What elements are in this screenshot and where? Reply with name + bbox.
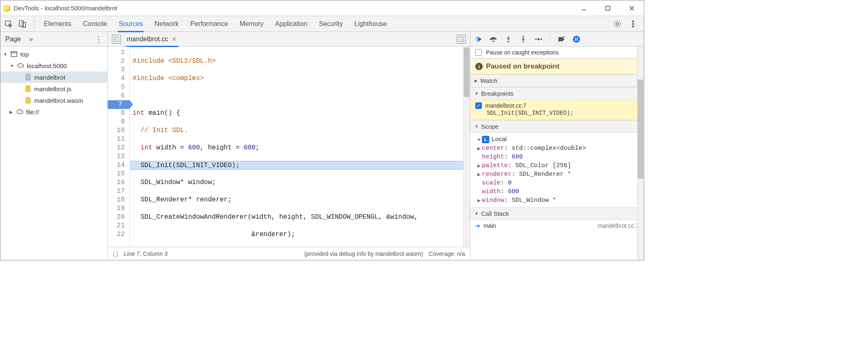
- tab-elements[interactable]: Elements: [44, 16, 71, 32]
- cursor-position: Line 7, Column 3: [124, 250, 168, 257]
- scope-body: ▼LLocal ▶center: std::complex<double> he…: [470, 133, 644, 207]
- window-close-button[interactable]: [622, 2, 641, 14]
- scope-var-palette[interactable]: ▶palette: SDL_Color [256]: [470, 161, 644, 170]
- line-number-gutter[interactable]: 1234 5678 9101112 13141516 17181920 2122: [108, 47, 130, 247]
- scope-local-header[interactable]: ▼LLocal: [470, 135, 644, 144]
- tree-file-mandelbrot[interactable]: mandelbrot: [0, 71, 107, 83]
- coverage-status: Coverage: n/a: [429, 250, 465, 257]
- breakpoint-code: SDL_Init(SDL_INIT_VIDEO);: [475, 109, 638, 116]
- editor-tab-mandelbrot-cc[interactable]: mandelbrot.cc ✕: [125, 32, 178, 47]
- step-icon[interactable]: [534, 35, 542, 43]
- editor-panel: mandelbrot.cc ✕ 1234 5678 9101112 131415…: [108, 32, 470, 260]
- tab-sources[interactable]: Sources: [119, 16, 143, 32]
- svg-point-7: [616, 23, 619, 25]
- scope-var-window[interactable]: ▶window: SDL_Window *: [470, 196, 644, 205]
- settings-gear-icon[interactable]: [612, 19, 622, 29]
- editor-toolbar: mandelbrot.cc ✕: [108, 32, 470, 47]
- navigator-more-tabs-icon[interactable]: »: [29, 35, 33, 43]
- pause-on-caught-row[interactable]: Pause on caught exceptions: [470, 47, 644, 59]
- frame-icon: [10, 50, 18, 58]
- separator: [34, 19, 35, 29]
- editor-scrollbar[interactable]: [463, 47, 470, 247]
- scope-var-renderer[interactable]: ▶renderer: SDL_Renderer *: [470, 170, 644, 179]
- inspect-element-icon[interactable]: [4, 19, 14, 29]
- resume-icon[interactable]: [474, 35, 483, 43]
- breakpoint-enabled-checkbox[interactable]: ✓: [475, 102, 482, 109]
- scope-var-width[interactable]: width: 600: [470, 187, 644, 196]
- breakpoint-title: mandelbrot.cc:7: [485, 102, 526, 109]
- paused-banner-text: Paused on breakpoint: [486, 62, 560, 71]
- tree-label: top: [20, 51, 29, 58]
- paused-banner: i Paused on breakpoint: [470, 59, 644, 74]
- debugger-panel: Pause on caught exceptions i Paused on b…: [470, 32, 644, 260]
- breakpoint-item[interactable]: ✓ mandelbrot.cc:7 SDL_Init(SDL_INIT_VIDE…: [470, 100, 644, 120]
- svg-point-10: [632, 26, 633, 27]
- window-controls: [574, 2, 641, 14]
- close-tab-icon[interactable]: ✕: [172, 36, 177, 43]
- tab-network[interactable]: Network: [154, 16, 179, 32]
- navigator-toolbar: Page » ⋮: [0, 32, 107, 47]
- step-over-icon[interactable]: [489, 35, 498, 43]
- scope-var-height[interactable]: height: 600: [470, 153, 644, 161]
- tab-performance[interactable]: Performance: [190, 16, 228, 32]
- tree-file-mandelbrot-js[interactable]: mandelbrot.js: [0, 83, 107, 94]
- window-title: DevTools - localhost:5000/mandelbrot: [14, 5, 574, 12]
- tab-memory[interactable]: Memory: [240, 16, 263, 32]
- tab-application[interactable]: Application: [275, 16, 307, 32]
- editor-statusbar: { } Line 7, Column 3 (provided via debug…: [108, 247, 470, 260]
- scope-var-scale[interactable]: scale: 0: [470, 179, 644, 187]
- navigator-menu-icon[interactable]: ⋮: [95, 35, 102, 44]
- section-scope[interactable]: ▼Scope: [470, 120, 644, 133]
- callstack-frame-main[interactable]: ➔ main mandelbrot.cc:7: [470, 220, 644, 232]
- step-out-icon[interactable]: [519, 35, 527, 43]
- cloud-icon: [17, 62, 24, 69]
- svg-rect-13: [114, 37, 119, 42]
- document-icon: [24, 73, 32, 81]
- toggle-navigator-icon[interactable]: [112, 35, 121, 44]
- pretty-print-icon[interactable]: { }: [113, 250, 118, 257]
- tree-host[interactable]: ▼ localhost:5000: [0, 60, 107, 71]
- main-tabs: Elements Console Sources Network Perform…: [44, 16, 608, 32]
- svg-rect-24: [575, 38, 576, 41]
- step-into-icon[interactable]: [504, 35, 512, 43]
- section-callstack[interactable]: ▼Call Stack: [470, 207, 644, 220]
- pause-exceptions-icon[interactable]: [572, 35, 581, 43]
- deactivate-breakpoints-icon[interactable]: [557, 35, 566, 43]
- pause-on-caught-checkbox[interactable]: [475, 49, 482, 56]
- navigator-tab-page[interactable]: Page: [5, 35, 21, 43]
- svg-point-9: [632, 23, 633, 24]
- debugger-content: Pause on caught exceptions i Paused on b…: [470, 47, 644, 260]
- main-tabs-bar: Elements Console Sources Network Perform…: [0, 16, 644, 32]
- device-toggle-icon[interactable]: [18, 19, 28, 29]
- debugger-scrollbar[interactable]: [637, 47, 644, 260]
- code-area[interactable]: #include <SDL2/SDL.h> #include <complex>…: [130, 47, 470, 247]
- window-minimize-button[interactable]: [574, 2, 593, 14]
- navigator-panel: Page » ⋮ ▼ top ▼ localhost:5000: [0, 32, 108, 260]
- info-icon: i: [475, 63, 483, 70]
- svg-rect-25: [577, 38, 578, 41]
- tree-file-scheme[interactable]: ▶ file://: [0, 106, 107, 118]
- tab-security[interactable]: Security: [319, 16, 343, 32]
- tree-label: mandelbrot: [34, 74, 65, 81]
- svg-point-21: [541, 38, 542, 40]
- scope-var-center[interactable]: ▶center: std::complex<double>: [470, 144, 644, 153]
- tree-file-mandelbrot-wasm[interactable]: mandelbrot.wasm: [0, 94, 107, 106]
- callstack-frame-location: mandelbrot.cc:7: [598, 222, 639, 229]
- wasm-file-icon: [24, 97, 32, 104]
- pause-on-caught-label: Pause on caught exceptions: [486, 49, 559, 56]
- section-watch[interactable]: ▶Watch: [470, 74, 644, 87]
- content-area: Page » ⋮ ▼ top ▼ localhost:5000: [0, 32, 644, 260]
- devtools-window: DevTools - localhost:5000/mandelbrot Ele…: [0, 0, 644, 260]
- section-breakpoints[interactable]: ▼Breakpoints: [470, 87, 644, 100]
- svg-rect-14: [459, 37, 464, 42]
- editor-body: 1234 5678 9101112 13141516 17181920 2122…: [108, 47, 470, 247]
- toggle-debugger-icon[interactable]: [457, 35, 466, 44]
- more-menu-icon[interactable]: [628, 19, 638, 29]
- tab-lighthouse[interactable]: Lighthouse: [354, 16, 387, 32]
- window-maximize-button[interactable]: [598, 2, 617, 14]
- svg-point-23: [573, 36, 580, 43]
- separator: [550, 35, 550, 44]
- tab-console[interactable]: Console: [83, 16, 107, 32]
- editor-tab-label: mandelbrot.cc: [127, 35, 168, 43]
- tree-top-frame[interactable]: ▼ top: [0, 48, 107, 60]
